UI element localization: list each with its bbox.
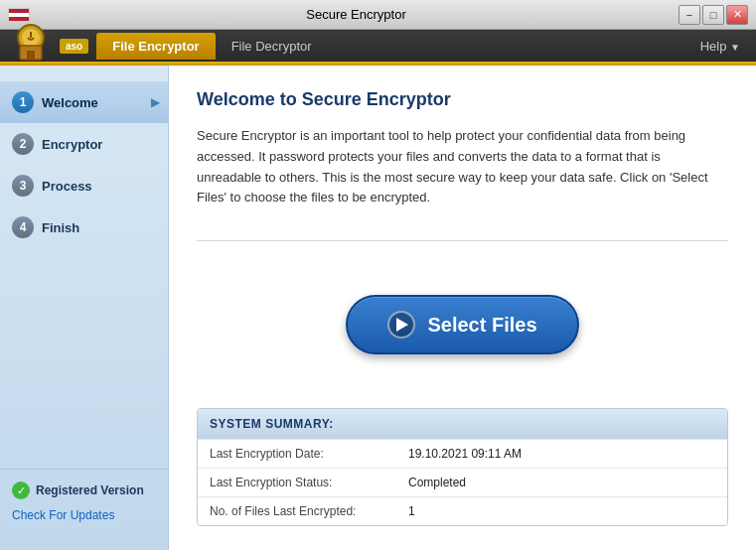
select-files-button[interactable]: Select Files [346,295,578,354]
arrow-right-icon: ▶ [151,95,160,109]
tab-file-encryptor[interactable]: File Encryptor [96,33,215,60]
content-area: Welcome to Secure Encryptor Secure Encry… [169,66,756,550]
app-logo [8,24,54,68]
summary-label-count: No. of Files Last Encrypted: [210,504,408,518]
sidebar-item-finish[interactable]: 4 Finish [0,206,168,248]
close-button[interactable]: ✕ [726,5,748,25]
sidebar-label-finish: Finish [42,220,79,235]
play-triangle-icon [396,318,408,332]
summary-label-date: Last Encryption Date: [210,447,408,461]
title-bar: Secure Encryptor − □ ✕ [0,0,756,30]
step-circle-2: 2 [12,133,34,155]
sidebar-item-welcome[interactable]: 1 Welcome ▶ [0,81,168,123]
summary-label-status: Last Encryption Status: [210,476,408,489]
welcome-description: Secure Encryptor is an important tool to… [197,126,728,208]
menu-logo-text: aso [60,39,88,54]
flag-icon [8,8,30,22]
summary-row-status: Last Encryption Status: Completed [198,468,727,496]
select-files-label: Select Files [427,314,536,337]
tab-file-decryptor[interactable]: File Decryptor [216,33,328,60]
sidebar-label-process: Process [42,179,92,194]
svg-rect-3 [27,51,35,60]
registered-badge: ✓ Registered Version [12,481,156,499]
sidebar-label-encryptor: Encryptor [42,137,102,152]
content-divider [197,240,728,241]
window-controls: − □ ✕ [679,5,748,25]
select-files-area: Select Files [197,257,728,392]
sidebar-bottom: ✓ Registered Version Check For Updates [0,469,168,534]
check-updates-link[interactable]: Check For Updates [12,508,114,522]
registered-text: Registered Version [36,483,144,497]
step-circle-1: 1 [12,91,34,113]
play-icon [387,311,415,339]
sidebar: 1 Welcome ▶ 2 Encryptor 3 Process 4 Fini… [0,66,169,550]
summary-value-date: 19.10.2021 09:11 AM [408,447,522,461]
sidebar-item-process[interactable]: 3 Process [0,165,168,206]
menu-bar: aso File Encryptor File Decryptor Help ▼ [0,30,756,62]
sidebar-label-welcome: Welcome [42,95,98,110]
summary-value-status: Completed [408,476,466,489]
main-area: 1 Welcome ▶ 2 Encryptor 3 Process 4 Fini… [0,66,756,550]
summary-row-date: Last Encryption Date: 19.10.2021 09:11 A… [198,439,727,468]
step-circle-4: 4 [12,216,34,238]
system-summary: SYSTEM SUMMARY: Last Encryption Date: 19… [197,408,728,526]
minimize-button[interactable]: − [679,5,700,25]
help-arrow-icon: ▼ [730,42,740,53]
sidebar-item-encryptor[interactable]: 2 Encryptor [0,123,168,165]
page-title: Welcome to Secure Encryptor [197,89,728,110]
window-title: Secure Encryptor [34,7,679,22]
step-circle-3: 3 [12,175,34,197]
help-menu[interactable]: Help ▼ [692,35,748,58]
check-icon: ✓ [12,481,30,499]
maximize-button[interactable]: □ [702,5,724,25]
summary-header: SYSTEM SUMMARY: [198,409,727,439]
summary-row-count: No. of Files Last Encrypted: 1 [198,496,727,525]
summary-value-count: 1 [408,504,415,518]
